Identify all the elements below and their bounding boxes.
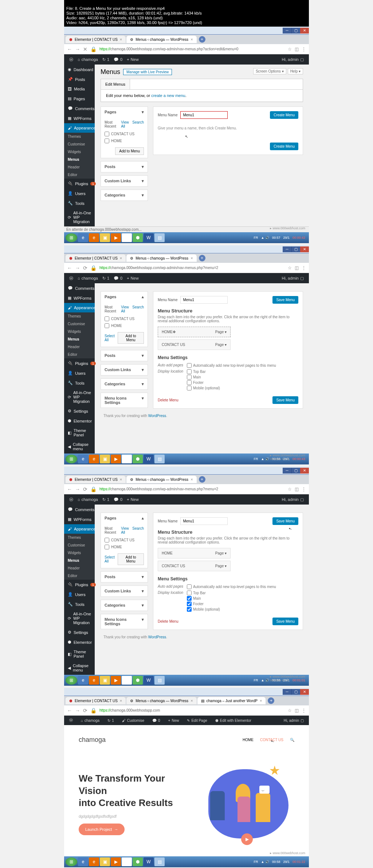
menu-item-home[interactable]: HOMEPage ▾ bbox=[158, 548, 231, 558]
sidebar-header[interactable]: Header bbox=[64, 163, 95, 171]
sidebar-plugins[interactable]: 🔌 Plugins 1 bbox=[64, 580, 95, 589]
ie-icon[interactable]: e bbox=[78, 455, 88, 463]
forward-button[interactable]: → bbox=[75, 265, 80, 271]
sidebar-media[interactable]: 🖾 Media bbox=[64, 84, 95, 94]
forward-button[interactable]: → bbox=[75, 46, 80, 52]
add-to-menu-button[interactable]: Add to Menu bbox=[118, 332, 144, 344]
delete-menu-link[interactable]: Delete Menu bbox=[158, 619, 178, 623]
sidebar-appearance[interactable]: 🖌 Appearance bbox=[64, 123, 95, 133]
create-menu-button[interactable]: Create Menu bbox=[270, 111, 298, 119]
firefox-icon[interactable]: e bbox=[89, 676, 99, 685]
close-icon[interactable]: × bbox=[120, 477, 122, 482]
reload-button[interactable]: ⟳ bbox=[83, 708, 87, 713]
custom-links-metabox[interactable]: Custom Links▾ bbox=[101, 586, 148, 596]
notepad-icon[interactable]: ▤ bbox=[154, 233, 165, 242]
vlc-icon[interactable]: ▶ bbox=[111, 233, 121, 242]
camtasia-icon[interactable]: ⬢ bbox=[133, 676, 143, 685]
loc-mobile[interactable] bbox=[187, 607, 192, 612]
close-icon[interactable]: × bbox=[120, 256, 122, 260]
add-to-menu-button[interactable]: Add to Menu bbox=[115, 147, 144, 155]
new-content[interactable]: + New bbox=[125, 497, 141, 502]
sidebar-wpforms[interactable]: ▦ WPForms bbox=[64, 293, 95, 303]
close-icon[interactable]: × bbox=[120, 37, 122, 42]
loc-topbar[interactable] bbox=[187, 369, 192, 374]
sidebar-settings[interactable]: ⚙ Settings bbox=[64, 406, 95, 416]
auto-add-checkbox[interactable] bbox=[187, 363, 192, 368]
explorer-icon[interactable]: ▣ bbox=[100, 233, 110, 242]
sidebar-themes[interactable]: Themes bbox=[64, 133, 95, 140]
stop-button[interactable]: ✕ bbox=[83, 46, 87, 52]
launch-button[interactable]: Launch Project → bbox=[79, 824, 125, 835]
word-icon[interactable]: W bbox=[144, 857, 154, 866]
edit-elementor-link[interactable]: ⬢ Edit with Elementor bbox=[213, 719, 254, 723]
browser-tab-elementor[interactable]: ⬢Elementor | CONTACT US× bbox=[66, 476, 126, 483]
sidebar-menus[interactable]: Menus bbox=[64, 557, 95, 564]
window-close[interactable]: ✕ bbox=[300, 28, 309, 34]
create-menu-button-bottom[interactable]: Create Menu bbox=[270, 143, 298, 150]
explorer-icon[interactable]: ▣ bbox=[100, 676, 110, 685]
user-greeting[interactable]: Hi, admin ▢ bbox=[282, 719, 306, 723]
sidebar-customise[interactable]: Customise bbox=[64, 320, 95, 328]
address-bar[interactable]: https://chamoga.000webhostapp.com/wp-adm… bbox=[99, 487, 285, 491]
address-bar[interactable]: https://chamoga.000webhostapp.com/wp-adm… bbox=[99, 47, 285, 51]
sidebar-appearance[interactable]: 🖌 Appearance bbox=[64, 524, 95, 534]
camtasia-icon[interactable]: ⬢ bbox=[133, 455, 143, 463]
window-close[interactable]: ✕ bbox=[300, 468, 309, 474]
back-button[interactable]: ← bbox=[67, 46, 72, 52]
posts-metabox[interactable]: Posts▾ bbox=[101, 161, 148, 172]
reload-button[interactable]: ⟳ bbox=[83, 486, 87, 492]
start-button[interactable]: ⊞ bbox=[66, 455, 77, 463]
sidebar-tools[interactable]: 🔧 Tools bbox=[64, 378, 95, 388]
new-content[interactable]: + New bbox=[166, 719, 181, 723]
wp-logo[interactable]: ⓦ bbox=[67, 57, 75, 62]
select-all-link[interactable]: Select All bbox=[105, 555, 118, 563]
loc-topbar[interactable] bbox=[187, 591, 192, 595]
sidebar-wpforms[interactable]: ▦ WPForms bbox=[64, 113, 95, 123]
close-icon[interactable]: × bbox=[260, 698, 262, 703]
delete-menu-link[interactable]: Delete Menu bbox=[158, 398, 178, 402]
sidebar-editor[interactable]: Editor bbox=[64, 171, 95, 179]
icons-metabox[interactable]: Menu Icons Settings▾ bbox=[101, 614, 148, 629]
bookmark-icon[interactable]: ◫ bbox=[295, 47, 299, 52]
new-content[interactable]: + New bbox=[125, 57, 141, 62]
chrome-icon[interactable]: ◉ bbox=[122, 455, 132, 463]
browser-tab-wp[interactable]: ⚙Menus ‹ chamoga — WordPress× bbox=[126, 697, 196, 704]
categories-metabox[interactable]: Categories▾ bbox=[101, 600, 148, 611]
updates-count[interactable]: ↻ 1 bbox=[105, 719, 116, 723]
sidebar-themes[interactable]: Themes bbox=[64, 312, 95, 320]
browser-tab-wp[interactable]: ⚙Menus ‹ chamoga — WordPress× bbox=[126, 36, 196, 43]
posts-metabox[interactable]: Posts▾ bbox=[101, 572, 148, 582]
comments-count[interactable]: 💬 0 bbox=[111, 57, 125, 62]
browser-tab-elementor[interactable]: ⬢Elementor | CONTACT US× bbox=[66, 697, 126, 704]
reload-button[interactable]: ⟳ bbox=[83, 265, 87, 271]
notepad-icon[interactable]: ▤ bbox=[154, 857, 165, 866]
create-new-link[interactable]: create a new menu bbox=[151, 93, 185, 98]
menu-item-contact[interactable]: CONTACT USPage ▾ bbox=[158, 561, 231, 571]
sidebar-tools[interactable]: 🔧 Tools bbox=[64, 198, 95, 208]
user-greeting[interactable]: Hi, admin ▢ bbox=[280, 276, 306, 281]
sidebar-comments[interactable]: 💬 Comments bbox=[64, 104, 95, 113]
window-minimize[interactable]: ─ bbox=[283, 689, 291, 695]
sidebar-users[interactable]: 👤 Users bbox=[64, 368, 95, 378]
word-icon[interactable]: W bbox=[144, 233, 154, 242]
menu-name-input[interactable] bbox=[180, 517, 228, 525]
customise-link[interactable]: 🖌 Customise bbox=[120, 719, 146, 723]
firefox-icon[interactable]: e bbox=[89, 857, 99, 866]
menu-item-home-drag[interactable]: HOME✥Page ▾ bbox=[158, 327, 231, 337]
new-tab-button[interactable]: + bbox=[268, 697, 274, 704]
sidebar-menus[interactable]: Menus bbox=[64, 156, 95, 163]
window-maximize[interactable]: ▢ bbox=[291, 28, 300, 34]
star-icon[interactable]: ☆ bbox=[288, 487, 292, 492]
site-logo[interactable]: chamoga bbox=[79, 736, 106, 744]
pages-metabox[interactable]: Pages▾ bbox=[101, 107, 148, 117]
firefox-icon[interactable]: e bbox=[89, 233, 99, 242]
window-close[interactable]: ✕ bbox=[300, 689, 309, 695]
live-preview-button[interactable]: Manage with Live Preview bbox=[123, 69, 172, 75]
updates-count[interactable]: ↻ 1 bbox=[100, 276, 111, 281]
new-tab-button[interactable]: + bbox=[199, 36, 205, 43]
check-home[interactable] bbox=[105, 139, 109, 143]
auto-add-checkbox[interactable] bbox=[187, 584, 192, 589]
star-icon[interactable]: ☆ bbox=[288, 47, 292, 52]
sidebar-customise[interactable]: Customise bbox=[64, 541, 95, 549]
window-maximize[interactable]: ▢ bbox=[291, 689, 300, 695]
